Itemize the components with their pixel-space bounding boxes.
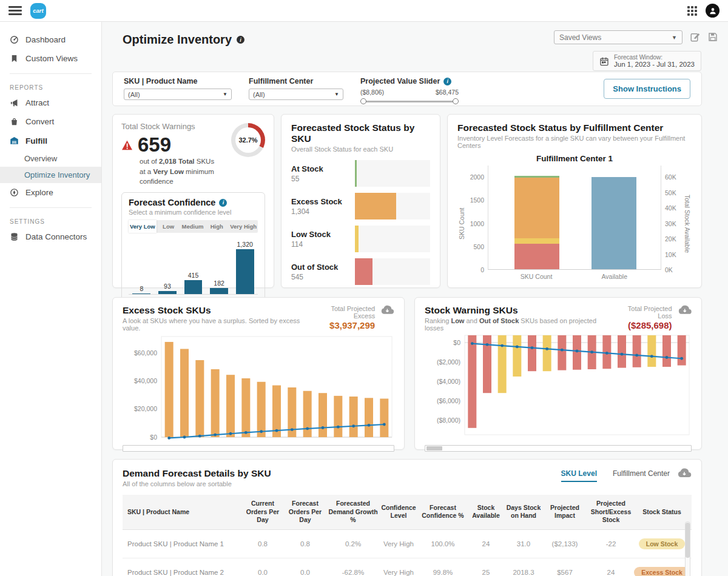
apps-grid-icon[interactable] [687,6,697,16]
column-header[interactable]: Forecast Confidence % [417,495,468,529]
trend-point[interactable] [635,354,638,357]
confidence-tab-very-high[interactable]: Very High [229,220,258,233]
confidence-info-icon[interactable]: i [219,199,227,207]
confidence-bar[interactable] [132,293,150,294]
table-tab-sku-level[interactable]: SKU Level [561,469,597,482]
status-bar[interactable] [355,193,396,219]
excess-chart-hscrollbar[interactable] [123,445,394,452]
sidebar-item-fulfill[interactable]: Fulfill [0,131,101,150]
chart-bar[interactable] [678,335,686,366]
trend-point[interactable] [590,350,593,353]
confidence-bar[interactable] [236,249,254,294]
trend-point[interactable] [275,429,278,432]
chart-bar[interactable] [647,335,656,367]
column-header[interactable]: Forecast Orders Per Day [284,495,326,529]
chart-bar[interactable] [180,349,189,437]
trend-point[interactable] [229,432,232,435]
trend-point[interactable] [605,352,608,355]
trend-point[interactable] [291,428,294,431]
show-instructions-button[interactable]: Show Instructions [604,79,690,99]
table-tab-fulfillment-center[interactable]: Fulfillment Center [613,469,670,482]
confidence-tab-low[interactable]: Low [157,220,181,233]
table-vscrollbar[interactable] [685,521,690,576]
column-header[interactable]: Current Orders Per Day [241,495,284,529]
trend-point[interactable] [500,344,504,347]
status-bar[interactable] [355,160,357,187]
confidence-bar[interactable] [184,280,203,294]
forecast-window[interactable]: Forecast Window: Jun 1, 2023 - Jul 31, 2… [593,51,701,71]
table-row[interactable]: Product SKU | Product Name 10.80.80.2%Ve… [123,530,692,558]
chart-bar[interactable] [573,335,581,370]
column-header[interactable]: Projected Impact [544,495,586,529]
table-row[interactable]: Product SKU | Product Name 20.00.0-62.8%… [123,558,692,576]
chart-bar[interactable] [662,335,671,367]
trend-point[interactable] [471,342,474,345]
trend-point[interactable] [576,350,579,353]
trend-point[interactable] [680,357,683,360]
chart-bar[interactable] [380,398,388,437]
sidebar-item-convert[interactable]: Convert [0,112,101,131]
chart-bar[interactable] [349,397,358,437]
confidence-bar[interactable] [210,288,228,294]
fc-filter-select[interactable]: (All) ▼ [249,89,343,100]
trend-point[interactable] [183,436,186,439]
chart-bar[interactable] [303,391,312,437]
trend-point[interactable] [244,431,248,434]
sidebar-item-overview[interactable]: Overview [0,150,101,167]
trend-point[interactable] [198,435,201,438]
trend-point[interactable] [666,356,669,359]
trend-point[interactable] [214,434,217,437]
trend-point[interactable] [561,349,564,352]
column-header[interactable]: Forecasted Demand Growth % [326,495,380,529]
column-header[interactable]: Projected Short/Excess Stock [586,495,636,529]
trend-point[interactable] [650,355,653,358]
chart-bar[interactable] [226,375,235,437]
chart-bar[interactable] [365,398,373,437]
sidebar-item-optimize-inventory[interactable]: Optimize Inventory [0,167,101,183]
chart-bar[interactable] [318,393,327,437]
chart-bar[interactable] [618,335,626,368]
stacked-bar-sku-count[interactable] [514,176,559,269]
user-avatar[interactable] [706,4,720,18]
trend-point[interactable] [486,343,489,346]
trend-point[interactable] [352,424,355,427]
download-cloud-icon[interactable] [678,305,692,316]
trend-point[interactable] [621,353,624,356]
chart-bar[interactable] [528,335,536,371]
status-bar[interactable] [355,226,359,252]
column-header[interactable]: Stock Available [468,495,504,529]
saved-views-select[interactable]: Saved Views ▼ [554,30,682,44]
column-header[interactable]: Stock Status [636,495,688,529]
column-header[interactable]: SKU | Product Name [123,495,241,529]
chart-bar[interactable] [241,378,250,437]
confidence-tab-very-low[interactable]: Very Low [129,220,157,233]
chart-bar[interactable] [633,335,641,367]
column-header[interactable]: Confidence Level [380,495,417,529]
cart-logo[interactable]: cart [30,3,46,19]
confidence-tab-high[interactable]: High [204,220,229,233]
chart-bar[interactable] [543,335,551,371]
bar-available[interactable] [592,177,636,269]
trend-point[interactable] [322,426,325,429]
slider-handle-max[interactable] [453,98,459,104]
status-bar[interactable] [355,258,372,285]
confidence-bar[interactable] [158,291,177,294]
sidebar-item-explore[interactable]: Explore [0,183,101,202]
trend-point[interactable] [545,347,548,350]
sku-filter-select[interactable]: (All) ▼ [124,89,232,100]
chart-bar[interactable] [513,335,521,377]
confidence-tab-medium[interactable]: Medium [181,220,205,233]
sidebar-item-data-connectors[interactable]: Data Connectors [0,227,101,246]
trend-point[interactable] [516,345,519,348]
chart-bar[interactable] [558,335,566,370]
menu-icon[interactable] [8,4,22,18]
chart-bar[interactable] [211,369,220,437]
trend-point[interactable] [260,430,263,433]
trend-point[interactable] [368,424,371,427]
page-info-icon[interactable]: i [237,36,244,44]
chart-bar[interactable] [334,396,342,437]
projected-value-slider[interactable] [360,98,459,104]
warning-chart-hscrollbar[interactable] [425,445,692,452]
chart-bar[interactable] [165,342,174,437]
chart-bar[interactable] [468,335,476,428]
